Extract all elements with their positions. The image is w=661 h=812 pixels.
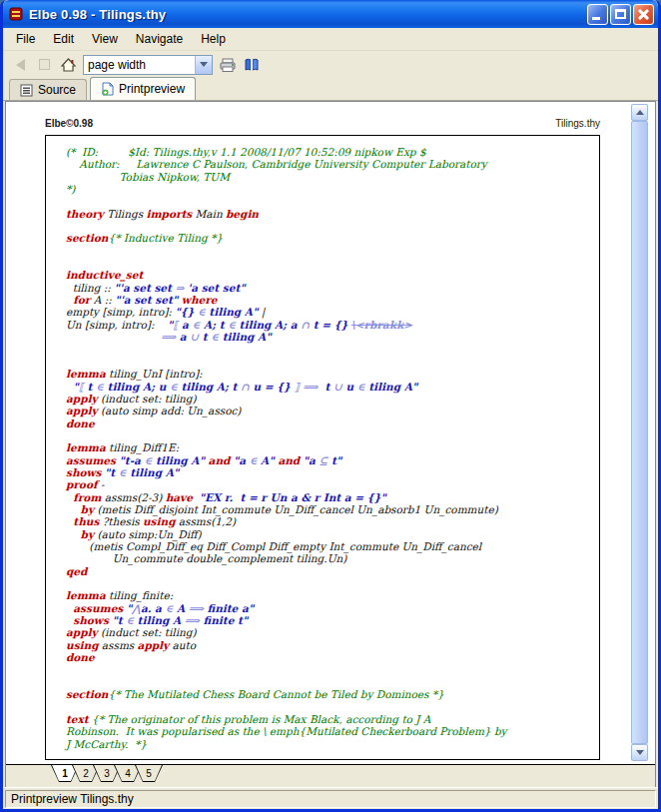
preview-page: Elbe©0.98 Tilings.thy (* ID: $Id: Tiling… [6, 102, 655, 764]
source-icon [20, 84, 33, 97]
code-line: qed [66, 565, 595, 577]
code-line: Author: Lawrence C Paulson, Cambridge Un… [66, 158, 595, 170]
code-line [66, 344, 595, 356]
code-line: proof - [66, 478, 595, 490]
chevron-up-icon [636, 110, 644, 115]
close-button[interactable] [633, 4, 654, 25]
code-line [66, 676, 595, 688]
code-line [66, 257, 595, 269]
page-tab-bar: 12345 [6, 764, 655, 787]
menubar: FileEditViewNavigateHelp [3, 28, 658, 51]
back-icon[interactable] [11, 56, 29, 73]
printpreview-icon [101, 82, 114, 96]
code-line: shows "t ∈ tiling A ⟹ finite t" [66, 614, 595, 626]
code-line: ⟹ a ∪ t ∈ tiling A" [66, 331, 595, 343]
code-line: empty [simp, intro]: "{} ∈ tiling A" | [66, 306, 595, 318]
code-line: "⟦ t ∈ tiling A; u ∈ tiling A; t ∩ u = {… [66, 381, 595, 393]
code-line: assumes "⋀a. a ∈ A ⟹ finite a" [66, 602, 595, 614]
code-line: (* ID: $Id: Tilings.thy,v 1.1 2008/11/07… [66, 146, 595, 158]
code-line [66, 220, 595, 232]
tab-source-label: Source [38, 83, 76, 97]
blank-page-icon[interactable] [35, 56, 53, 73]
app-icon [8, 6, 24, 22]
code-line [66, 245, 595, 257]
zoom-select[interactable]: page width [83, 55, 213, 75]
tab-source[interactable]: Source [9, 79, 87, 100]
chevron-down-icon [636, 750, 644, 755]
statusbar: Printpreview Tilings.thy [3, 787, 658, 809]
code-line: Tobias Nipkow, TUM [66, 171, 595, 183]
code-line [66, 577, 595, 589]
menu-item-navigate[interactable]: Navigate [127, 29, 192, 49]
toolbar: page width [3, 51, 658, 78]
code-block: (* ID: $Id: Tilings.thy,v 1.1 2008/11/07… [45, 135, 600, 760]
code-line [66, 700, 595, 712]
code-line: from assms(2-3) have "EX r. t = r Un a &… [66, 491, 595, 503]
code-line: done [66, 417, 595, 429]
app-window: Elbe 0.98 - Tilings.thy FileEditViewNavi… [0, 0, 661, 812]
code-line: thus ?thesis using assms(1,2) [66, 515, 595, 527]
menu-item-edit[interactable]: Edit [44, 29, 83, 49]
code-line: for A :: "'a set set" where [66, 294, 595, 306]
code-line: inductive_set [66, 269, 595, 281]
tab-printpreview[interactable]: Printpreview [90, 77, 196, 100]
code-line: text {* The originator of this problem i… [66, 713, 595, 725]
code-line: section{* The Mutilated Chess Board Cann… [66, 688, 595, 700]
code-line [66, 195, 595, 207]
code-line: lemma tiling_finite: [66, 589, 595, 601]
code-line: assumes "t-a ∈ tiling A" and "a ∈ A" and… [66, 454, 595, 466]
window-title: Elbe 0.98 - Tilings.thy [29, 7, 587, 22]
code-line: J McCarthy. *} [66, 738, 595, 750]
code-line: apply (induct set: tiling) [66, 393, 595, 405]
maximize-button[interactable] [610, 4, 631, 25]
menu-item-view[interactable]: View [83, 29, 127, 49]
code-line: (metis Compl_Diff_eq Diff_Compl Diff_emp… [66, 540, 595, 552]
menu-item-help[interactable]: Help [192, 29, 235, 49]
code-line: lemma tiling_UnI [intro]: [66, 368, 595, 380]
print-icon[interactable] [219, 56, 237, 73]
zoom-select-value: page width [84, 58, 195, 72]
book-icon[interactable] [243, 56, 261, 73]
code-line: apply (auto simp add: Un_assoc) [66, 405, 595, 416]
minimize-button[interactable] [587, 4, 608, 25]
code-line: done [66, 651, 595, 663]
code-line: tiling :: "'a set set ⇒ 'a set set" [66, 282, 595, 294]
scrollbar-thumb[interactable] [631, 121, 648, 744]
status-text: Printpreview Tilings.thy [11, 792, 134, 806]
menu-item-file[interactable]: File [7, 29, 44, 49]
code-line: *) [66, 183, 595, 195]
titlebar[interactable]: Elbe 0.98 - Tilings.thy [3, 0, 658, 28]
code-line: by (metis Diff_disjoint Int_commute Un_D… [66, 503, 595, 515]
code-line: Robinson. It was popularised as the \ em… [66, 725, 595, 737]
code-line: by (auto simp:Un_Diff) [66, 528, 595, 540]
scroll-down-button[interactable] [631, 744, 648, 761]
code-line: Un [simp, intro]: "⟦ a ∈ A; t ∈ tiling A… [66, 319, 595, 331]
code-line: using assms apply auto [66, 639, 595, 651]
vertical-scrollbar[interactable] [631, 104, 648, 761]
page-tab-5[interactable]: 5 [135, 765, 163, 782]
status-field: Printpreview Tilings.thy [5, 790, 656, 808]
code-line: section{* Inductive Tiling *} [66, 232, 595, 244]
tab-printpreview-label: Printpreview [119, 82, 185, 96]
scroll-up-button[interactable] [631, 104, 648, 121]
preview-pane: Elbe©0.98 Tilings.thy (* ID: $Id: Tiling… [5, 101, 656, 787]
code-line: theory Tilings imports Main begin [66, 208, 595, 220]
code-line [66, 663, 595, 675]
code-line: shows "t ∈ tiling A" [66, 466, 595, 478]
page-header: Elbe©0.98 Tilings.thy [45, 118, 600, 129]
code-line [66, 429, 595, 441]
code-line: Un_commute double_complement tiling.Un) [66, 552, 595, 564]
zoom-select-dropdown-button[interactable] [195, 56, 212, 74]
code-line: lemma tiling_Diff1E: [66, 441, 595, 453]
code-line: apply (induct set: tiling) [66, 626, 595, 638]
view-tab-bar: Source Printpreview [3, 78, 658, 101]
page-header-left: Elbe©0.98 [45, 118, 93, 129]
home-icon[interactable] [59, 56, 77, 73]
code-line [66, 356, 595, 368]
page-header-right: Tilings.thy [555, 118, 600, 129]
